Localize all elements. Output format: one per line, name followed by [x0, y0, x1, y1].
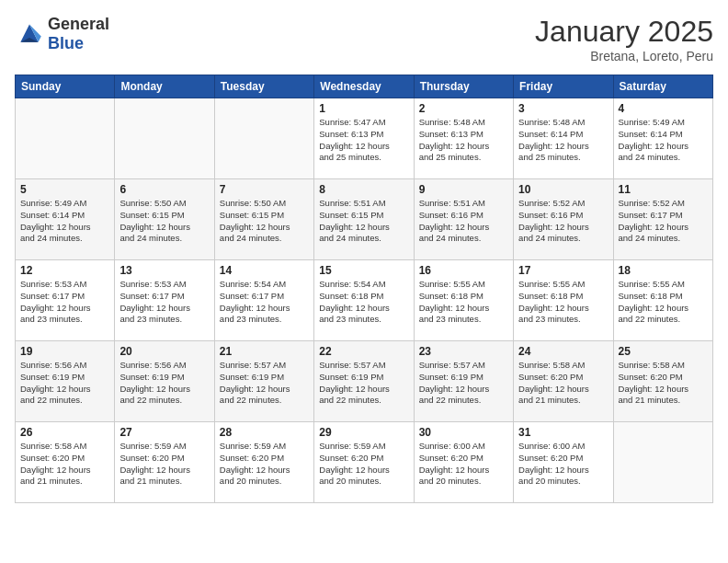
day-cell: 9Sunrise: 5:51 AM Sunset: 6:16 PM Daylig…: [414, 179, 513, 260]
day-cell: 23Sunrise: 5:57 AM Sunset: 6:19 PM Dayli…: [414, 341, 513, 422]
month-title: January 2025: [535, 15, 713, 49]
day-info: Sunrise: 5:55 AM Sunset: 6:18 PM Dayligh…: [518, 279, 608, 326]
day-number: 13: [119, 264, 209, 277]
col-wednesday: Wednesday: [314, 75, 414, 98]
day-info: Sunrise: 5:47 AM Sunset: 6:13 PM Dayligh…: [319, 117, 408, 164]
day-cell: 10Sunrise: 5:52 AM Sunset: 6:16 PM Dayli…: [514, 179, 613, 260]
day-number: 19: [20, 345, 109, 358]
col-thursday: Thursday: [414, 75, 513, 98]
col-friday: Friday: [514, 75, 613, 98]
day-number: 29: [319, 426, 408, 439]
day-info: Sunrise: 5:57 AM Sunset: 6:19 PM Dayligh…: [319, 360, 408, 407]
day-cell: 6Sunrise: 5:50 AM Sunset: 6:15 PM Daylig…: [115, 179, 214, 260]
day-number: 20: [119, 345, 209, 358]
day-info: Sunrise: 5:49 AM Sunset: 6:14 PM Dayligh…: [619, 117, 708, 164]
day-number: 10: [518, 183, 608, 196]
day-cell: 27Sunrise: 5:59 AM Sunset: 6:20 PM Dayli…: [115, 422, 214, 503]
day-cell: [214, 98, 313, 179]
day-cell: 17Sunrise: 5:55 AM Sunset: 6:18 PM Dayli…: [514, 260, 613, 341]
day-info: Sunrise: 5:51 AM Sunset: 6:16 PM Dayligh…: [419, 198, 508, 245]
day-info: Sunrise: 5:57 AM Sunset: 6:19 PM Dayligh…: [419, 360, 508, 407]
day-number: 21: [220, 345, 309, 358]
day-cell: 14Sunrise: 5:54 AM Sunset: 6:17 PM Dayli…: [214, 260, 313, 341]
day-info: Sunrise: 5:59 AM Sunset: 6:20 PM Dayligh…: [220, 441, 309, 488]
day-cell: 20Sunrise: 5:56 AM Sunset: 6:19 PM Dayli…: [115, 341, 214, 422]
day-number: 5: [20, 183, 109, 196]
day-number: 16: [419, 264, 508, 277]
day-info: Sunrise: 5:56 AM Sunset: 6:19 PM Dayligh…: [119, 360, 209, 407]
day-number: 7: [220, 183, 309, 196]
day-cell: 21Sunrise: 5:57 AM Sunset: 6:19 PM Dayli…: [214, 341, 313, 422]
day-number: 2: [419, 102, 508, 115]
day-number: 14: [220, 264, 309, 277]
day-number: 22: [319, 345, 408, 358]
col-tuesday: Tuesday: [214, 75, 313, 98]
day-info: Sunrise: 5:48 AM Sunset: 6:13 PM Dayligh…: [419, 117, 508, 164]
day-info: Sunrise: 5:48 AM Sunset: 6:14 PM Dayligh…: [518, 117, 608, 164]
day-cell: 22Sunrise: 5:57 AM Sunset: 6:19 PM Dayli…: [314, 341, 414, 422]
day-number: 1: [319, 102, 408, 115]
day-number: 31: [518, 426, 608, 439]
day-cell: 4Sunrise: 5:49 AM Sunset: 6:14 PM Daylig…: [613, 98, 712, 179]
day-info: Sunrise: 5:58 AM Sunset: 6:20 PM Dayligh…: [20, 441, 109, 488]
day-info: Sunrise: 5:53 AM Sunset: 6:17 PM Dayligh…: [20, 279, 109, 326]
day-cell: 8Sunrise: 5:51 AM Sunset: 6:15 PM Daylig…: [314, 179, 414, 260]
day-number: 6: [119, 183, 209, 196]
day-number: 15: [319, 264, 408, 277]
day-cell: 28Sunrise: 5:59 AM Sunset: 6:20 PM Dayli…: [214, 422, 313, 503]
day-cell: 26Sunrise: 5:58 AM Sunset: 6:20 PM Dayli…: [16, 422, 115, 503]
page-header: General Blue January 2025 Bretana, Loret…: [15, 15, 713, 63]
day-cell: 29Sunrise: 5:59 AM Sunset: 6:20 PM Dayli…: [314, 422, 414, 503]
week-row-1: 1Sunrise: 5:47 AM Sunset: 6:13 PM Daylig…: [16, 98, 713, 179]
day-cell: 16Sunrise: 5:55 AM Sunset: 6:18 PM Dayli…: [414, 260, 513, 341]
logo-icon: [15, 21, 44, 47]
col-saturday: Saturday: [613, 75, 712, 98]
day-info: Sunrise: 5:50 AM Sunset: 6:15 PM Dayligh…: [119, 198, 209, 245]
day-number: 26: [20, 426, 109, 439]
calendar-table: Sunday Monday Tuesday Wednesday Thursday…: [15, 75, 713, 503]
day-info: Sunrise: 5:49 AM Sunset: 6:14 PM Dayligh…: [20, 198, 109, 245]
day-info: Sunrise: 5:55 AM Sunset: 6:18 PM Dayligh…: [619, 279, 708, 326]
day-cell: 11Sunrise: 5:52 AM Sunset: 6:17 PM Dayli…: [613, 179, 712, 260]
day-info: Sunrise: 6:00 AM Sunset: 6:20 PM Dayligh…: [419, 441, 508, 488]
day-number: 23: [419, 345, 508, 358]
week-row-4: 19Sunrise: 5:56 AM Sunset: 6:19 PM Dayli…: [16, 341, 713, 422]
day-number: 17: [518, 264, 608, 277]
day-cell: 5Sunrise: 5:49 AM Sunset: 6:14 PM Daylig…: [16, 179, 115, 260]
week-row-2: 5Sunrise: 5:49 AM Sunset: 6:14 PM Daylig…: [16, 179, 713, 260]
day-info: Sunrise: 5:53 AM Sunset: 6:17 PM Dayligh…: [119, 279, 209, 326]
logo-text-blue: Blue: [48, 34, 84, 52]
day-cell: 18Sunrise: 5:55 AM Sunset: 6:18 PM Dayli…: [613, 260, 712, 341]
day-info: Sunrise: 5:52 AM Sunset: 6:17 PM Dayligh…: [619, 198, 708, 245]
day-cell: 1Sunrise: 5:47 AM Sunset: 6:13 PM Daylig…: [314, 98, 414, 179]
day-cell: 15Sunrise: 5:54 AM Sunset: 6:18 PM Dayli…: [314, 260, 414, 341]
day-number: 28: [220, 426, 309, 439]
day-number: 27: [119, 426, 209, 439]
day-number: 12: [20, 264, 109, 277]
day-number: 9: [419, 183, 508, 196]
day-number: 3: [518, 102, 608, 115]
day-cell: 3Sunrise: 5:48 AM Sunset: 6:14 PM Daylig…: [514, 98, 613, 179]
day-info: Sunrise: 5:57 AM Sunset: 6:19 PM Dayligh…: [220, 360, 309, 407]
col-monday: Monday: [115, 75, 214, 98]
title-block: January 2025 Bretana, Loreto, Peru: [535, 15, 713, 63]
day-info: Sunrise: 5:54 AM Sunset: 6:18 PM Dayligh…: [319, 279, 408, 326]
day-number: 24: [518, 345, 608, 358]
day-info: Sunrise: 5:50 AM Sunset: 6:15 PM Dayligh…: [220, 198, 309, 245]
day-cell: 24Sunrise: 5:58 AM Sunset: 6:20 PM Dayli…: [514, 341, 613, 422]
day-number: 11: [619, 183, 708, 196]
day-info: Sunrise: 5:58 AM Sunset: 6:20 PM Dayligh…: [518, 360, 608, 407]
subtitle: Bretana, Loreto, Peru: [535, 49, 713, 63]
logo: General Blue: [15, 15, 109, 53]
day-number: 25: [619, 345, 708, 358]
day-number: 4: [619, 102, 708, 115]
day-cell: 19Sunrise: 5:56 AM Sunset: 6:19 PM Dayli…: [16, 341, 115, 422]
col-sunday: Sunday: [16, 75, 115, 98]
day-info: Sunrise: 5:55 AM Sunset: 6:18 PM Dayligh…: [419, 279, 508, 326]
day-info: Sunrise: 5:58 AM Sunset: 6:20 PM Dayligh…: [619, 360, 708, 407]
day-info: Sunrise: 5:54 AM Sunset: 6:17 PM Dayligh…: [220, 279, 309, 326]
day-cell: [115, 98, 214, 179]
day-cell: 12Sunrise: 5:53 AM Sunset: 6:17 PM Dayli…: [16, 260, 115, 341]
day-cell: 2Sunrise: 5:48 AM Sunset: 6:13 PM Daylig…: [414, 98, 513, 179]
day-number: 8: [319, 183, 408, 196]
